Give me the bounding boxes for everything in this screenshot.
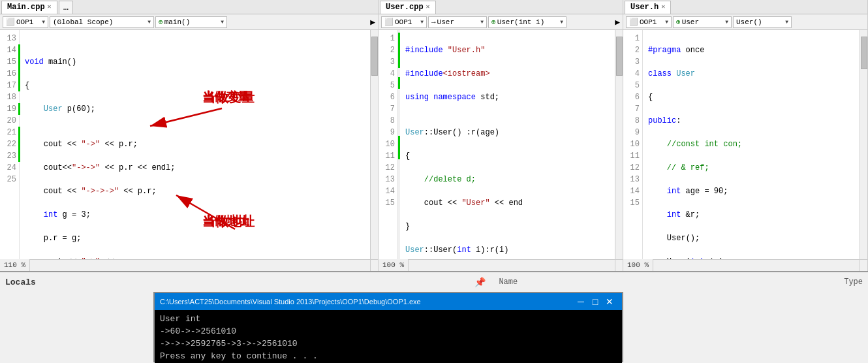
scope-project-h[interactable]: ⬜ OOP1 ▼ [626,16,672,28]
console-window: C:\Users\ACT25\Documents\Visual Studio 2… [153,292,623,362]
tab-user-h[interactable]: User.h ✕ [625,1,671,14]
editor-area: Main.cpp ✕ … ⬜ OOP1 ▼ (Global Scope) ▼ ⊕… [0,0,868,271]
line-numbers-main: 13 14 15 16 17 18 19 20 21 22 23 24 25 [0,30,20,259]
editor-panel-main-cpp: Main.cpp ✕ … ⬜ OOP1 ▼ (Global Scope) ▼ ⊕… [0,0,379,271]
scroll-corner-h [860,259,867,271]
scrollbar-u-v[interactable] [615,30,623,259]
scope-project-label-u: OOP1 [395,18,412,26]
scope-global-arrow: ▼ [147,19,151,25]
zoom-main-label: 110 % [4,261,25,269]
console-line-1: User int [160,313,617,325]
tab-user-cpp[interactable]: User.cpp ✕ [380,1,436,14]
scope-project-label-h: OOP1 [640,18,657,26]
scope-bar-user-h: ⬜ OOP1 ▼ ⊕ User ▼ User() ▼ [623,14,867,30]
scope-class-h[interactable]: ⊕ User ▼ [673,16,732,28]
locals-columns: Name Type [499,277,863,287]
locals-pin-icon[interactable]: 📌 [474,277,486,288]
tab-main-cpp-label: Main.cpp [7,3,45,12]
scope-func-u[interactable]: ⊕ User(int i) ▼ [488,16,566,28]
zoom-main[interactable]: 110 % [0,259,30,271]
zoom-h-label: 100 % [627,261,649,269]
code-area-main: 13 14 15 16 17 18 19 20 21 22 23 24 25 v… [0,30,378,259]
code-content-user-h[interactable]: #pragma once class User { public: //cons… [643,30,860,259]
locals-col-type: Type [844,277,863,287]
line-numbers-user-h: 12345 678910 1112131415 [623,30,643,259]
scope-func-main[interactable]: ⊕ main() ▼ [155,16,227,28]
locals-col-name: Name [499,277,518,287]
zoom-u-label: 100 % [382,261,404,269]
code-area-user-h: 12345 678910 1112131415 #pragma once cla… [623,30,867,259]
locals-title: Locals [5,277,36,287]
console-content: User int ->60->->2561010 ->->->2592765->… [155,310,622,363]
console-close-btn[interactable]: ✕ [602,295,617,308]
scope-project-arrow: ▼ [42,19,45,25]
scope-user-u[interactable]: → User ▼ [428,16,487,28]
tab-more[interactable]: … [59,1,73,14]
scrollbar-main-v[interactable] [370,30,378,259]
scope-func-label-u: User(int i) [497,18,545,26]
console-area: C:\Users\ACT25\Documents\Visual Studio 2… [0,292,868,363]
locals-panel: Locals 📌 Name Type [0,271,868,292]
console-line-3: ->->->2592765->3->->2561010 [160,338,617,350]
code-area-user-cpp: 12345 678910 1112131415 #include "User.h… [379,30,623,259]
code-content-user-cpp[interactable]: #include "User.h" #include<iostream> usi… [400,30,615,259]
scope-global-label-main: (Global Scope) [53,18,113,26]
scope-func-label-main: main() [164,18,191,26]
scope-func-h[interactable]: User() ▼ [733,16,792,28]
zoom-u[interactable]: 100 % [379,259,409,271]
scrollbar-h-v[interactable] [860,30,867,259]
scroll-right-main[interactable]: ▶ [370,17,375,27]
scope-class-icon-h: ⊕ [676,18,681,26]
tab-bar-user-cpp: User.cpp ✕ [379,0,623,14]
editor-panel-user-h: User.h ✕ ⬜ OOP1 ▼ ⊕ User ▼ User() ▼ 1234… [623,0,868,271]
scrollbar-h-h[interactable] [653,259,860,267]
scope-func-label-h: User() [736,18,762,26]
status-bar-user-cpp: 100 % [379,259,623,271]
scope-class-label-h: User [682,18,699,26]
scope-func-icon-u: ⊕ [491,18,496,26]
status-bar-main: 110 % [0,259,378,271]
scroll-corner-main [370,259,378,271]
status-bar-user-h: 100 % [623,259,867,271]
zoom-h[interactable]: 100 % [623,259,653,271]
scope-bar-main: ⬜ OOP1 ▼ (Global Scope) ▼ ⊕ main() ▼ ▶ [0,14,378,30]
scroll-corner-u [615,259,623,271]
tab-main-cpp[interactable]: Main.cpp ✕ [1,1,57,14]
scope-func-arrow: ▼ [221,19,224,25]
scrollbar-u-thumb[interactable] [616,37,623,76]
tab-bar-user-h: User.h ✕ [623,0,867,14]
scope-global-main[interactable]: (Global Scope) ▼ [50,16,154,28]
tab-user-h-close[interactable]: ✕ [661,4,665,10]
scrollbar-h-thumb[interactable] [861,37,867,69]
tab-user-cpp-label: User.cpp [386,3,424,12]
scope-func-icon-main: ⊕ [159,18,163,26]
console-line-2: ->60->->2561010 [160,325,617,338]
tab-bar-main: Main.cpp ✕ … [0,0,378,14]
scrollbar-main-h[interactable] [30,259,370,267]
console-minimize-btn[interactable]: ─ [574,295,588,308]
line-numbers-user-cpp: 12345 678910 1112131415 [379,30,398,259]
scope-project-label-main: OOP1 [16,18,33,26]
scrollbar-main-thumb[interactable] [371,37,378,76]
tab-main-cpp-close[interactable]: ✕ [48,4,52,10]
console-title-text: C:\Users\ACT25\Documents\Visual Studio 2… [160,298,574,306]
tab-user-h-label: User.h [630,3,659,12]
scope-project-icon-u: ⬜ [384,18,394,26]
code-content-main[interactable]: void main() { User p(60); cout << "->" <… [20,30,370,259]
scope-project-icon-h: ⬜ [629,18,638,26]
tab-user-cpp-close[interactable]: ✕ [426,4,430,10]
scope-bar-user-cpp: ⬜ OOP1 ▼ → User ▼ ⊕ User(int i) ▼ ▶ [379,14,623,30]
editor-panel-user-cpp: User.cpp ✕ ⬜ OOP1 ▼ → User ▼ ⊕ User(int … [379,0,623,271]
scope-user-arrow-icon: → [431,18,436,26]
console-maximize-btn[interactable]: □ [588,295,602,308]
console-titlebar: C:\Users\ACT25\Documents\Visual Studio 2… [155,293,622,310]
scope-user-label-u: User [437,18,454,26]
console-line-4: Press any key to continue . . . [160,350,617,362]
scope-project-user-cpp[interactable]: ⬜ OOP1 ▼ [381,16,427,28]
scope-project-icon: ⬜ [6,18,15,26]
scroll-right-u[interactable]: ▶ [615,17,620,27]
scope-project-main[interactable]: ⬜ OOP1 ▼ [3,16,48,28]
scrollbar-u-h[interactable] [409,259,615,267]
